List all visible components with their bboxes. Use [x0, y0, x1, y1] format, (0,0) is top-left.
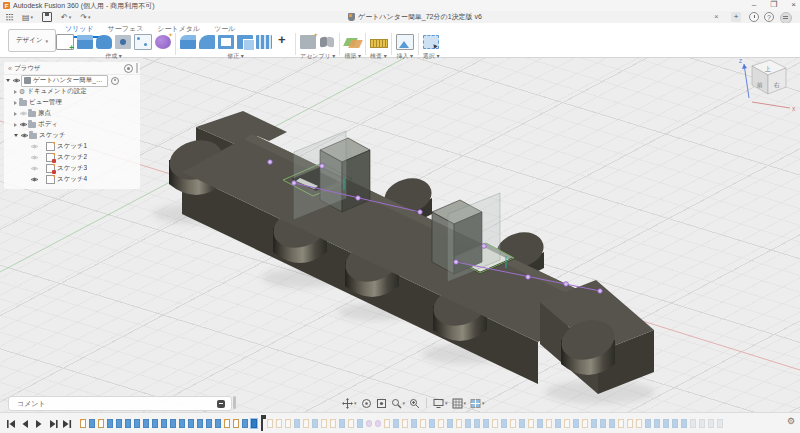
- measure-icon[interactable]: [370, 35, 386, 49]
- visibility-eye-icon[interactable]: [12, 77, 21, 84]
- timeline-playhead[interactable]: [261, 416, 263, 431]
- go-to-end-button[interactable]: [62, 419, 72, 429]
- timeline-feature-sketch[interactable]: [528, 419, 534, 428]
- timeline-feature-sketch[interactable]: [492, 419, 498, 428]
- select-icon[interactable]: [423, 35, 439, 49]
- timeline-feature-sketch[interactable]: [402, 419, 408, 428]
- timeline-feature-sketch[interactable]: [80, 419, 86, 428]
- view-cube[interactable]: Z X 上 前 右: [738, 56, 798, 114]
- timeline-feature-sketch[interactable]: [510, 419, 516, 428]
- construction-plane-icon[interactable]: [345, 35, 361, 49]
- collapsed-arrow-icon[interactable]: [14, 101, 17, 105]
- timeline-feature-sketch[interactable]: [456, 419, 462, 428]
- timeline-feature-sketch[interactable]: [330, 419, 336, 428]
- job-status-icon[interactable]: [749, 12, 759, 22]
- redo-icon[interactable]: ↷▾: [80, 12, 90, 23]
- hole-icon[interactable]: [115, 35, 131, 49]
- tree-row-named-views[interactable]: ビュー管理: [4, 97, 140, 108]
- timeline-feature-extrude[interactable]: [89, 419, 95, 428]
- group-label-create[interactable]: 作成 ▾: [105, 52, 122, 61]
- timeline-feature-sketch[interactable]: [438, 419, 444, 428]
- restore-button[interactable]: ❐: [770, 0, 777, 10]
- group-label-inspect[interactable]: 検査 ▾: [370, 52, 387, 61]
- tree-row-sketch1[interactable]: スケッチ1: [4, 141, 140, 152]
- joint-icon[interactable]: [319, 35, 335, 49]
- timeline-feature-extrude[interactable]: [429, 419, 435, 428]
- shell-icon[interactable]: [218, 35, 234, 49]
- fillet-icon[interactable]: [199, 35, 215, 49]
- timeline-feature-extrude[interactable]: [609, 419, 615, 428]
- browser-scrollbar[interactable]: [136, 63, 138, 73]
- combine-icon[interactable]: [237, 35, 253, 49]
- timeline-feature-extrude[interactable]: [107, 419, 113, 428]
- timeline-feature-extrude[interactable]: [152, 419, 158, 428]
- timeline-feature-mirror[interactable]: [690, 419, 696, 428]
- group-label-insert[interactable]: 挿入 ▾: [396, 52, 413, 61]
- group-label-construct[interactable]: 構築 ▾: [344, 52, 361, 61]
- new-tab-button[interactable]: +: [731, 12, 741, 22]
- tree-row-document-settings[interactable]: ⚙ ドキュメントの設定: [4, 86, 140, 97]
- timeline-feature-extrude[interactable]: [465, 419, 471, 428]
- timeline-feature-extrude[interactable]: [188, 419, 194, 428]
- go-to-start-button[interactable]: [6, 419, 16, 429]
- expanded-arrow-icon[interactable]: [6, 79, 10, 82]
- step-forward-button[interactable]: [48, 419, 58, 429]
- timeline-feature-mirror[interactable]: [708, 419, 714, 428]
- timeline-feature-extrude[interactable]: [672, 419, 678, 428]
- press-pull-icon[interactable]: [180, 35, 196, 49]
- zoom-fit-icon[interactable]: [409, 398, 420, 409]
- tab-close-icon[interactable]: ×: [714, 12, 719, 21]
- sweep-icon[interactable]: [134, 34, 152, 50]
- step-back-button[interactable]: [20, 419, 30, 429]
- timeline-feature-sketch[interactable]: [546, 419, 552, 428]
- timeline-feature-extrude[interactable]: [474, 419, 480, 428]
- timeline-feature-extrude[interactable]: [411, 419, 417, 428]
- timeline-feature-extrude[interactable]: [501, 419, 507, 428]
- timeline-feature-sketch[interactable]: [98, 419, 104, 428]
- collapsed-arrow-icon[interactable]: [14, 123, 17, 127]
- timeline-feature-sketch[interactable]: [636, 419, 642, 428]
- visibility-eye-icon-dim[interactable]: [30, 165, 39, 172]
- expanded-arrow-icon[interactable]: [14, 134, 18, 137]
- visibility-eye-icon[interactable]: [19, 121, 28, 128]
- timeline-feature-extrude[interactable]: [483, 419, 489, 428]
- timeline-feature-extrude[interactable]: [161, 419, 167, 428]
- file-menu-icon[interactable]: ▤▾: [22, 12, 33, 23]
- grid-snaps-icon[interactable]: ▾: [452, 398, 467, 409]
- create-form-icon[interactable]: [155, 35, 171, 49]
- visibility-eye-icon-dim[interactable]: [30, 143, 39, 150]
- timeline-feature-extrude[interactable]: [555, 419, 561, 428]
- timeline-feature-form[interactable]: [366, 420, 372, 427]
- timeline-feature-extrude[interactable]: [206, 419, 212, 428]
- timeline-feature-extrude[interactable]: [312, 419, 318, 428]
- timeline-feature-extrude[interactable]: [170, 419, 176, 428]
- app-grid-menu-icon[interactable]: [6, 14, 13, 21]
- tree-row-origin[interactable]: 原点: [4, 108, 140, 119]
- display-settings-icon[interactable]: ▾: [433, 398, 448, 409]
- play-button[interactable]: [34, 419, 44, 429]
- new-component-icon[interactable]: [300, 35, 316, 49]
- timeline-feature-mirror[interactable]: [699, 419, 705, 428]
- revolve-icon[interactable]: [96, 35, 112, 49]
- activate-radio-icon[interactable]: [111, 77, 119, 85]
- pan-icon[interactable]: ▾: [342, 398, 357, 409]
- visibility-eye-icon[interactable]: [30, 176, 39, 183]
- tree-row-root[interactable]: ゲートハンター簡単_72分の1決...: [4, 75, 140, 86]
- workspace-selector[interactable]: デザイン▾: [8, 29, 56, 52]
- timeline-options-gear-icon[interactable]: ⚙: [787, 416, 795, 426]
- viewports-icon[interactable]: ▾: [470, 398, 485, 409]
- timeline-feature-extrude[interactable]: [125, 419, 131, 428]
- timeline-feature-sketch[interactable]: [303, 419, 309, 428]
- timeline-feature-extrude[interactable]: [519, 419, 525, 428]
- close-button[interactable]: ×: [791, 0, 796, 10]
- timeline-feature-sketch[interactable]: [420, 419, 426, 428]
- timeline-feature-extrude[interactable]: [681, 419, 687, 428]
- tree-row-sketches[interactable]: スケッチ: [4, 130, 140, 141]
- tree-row-sketch4[interactable]: スケッチ4: [4, 174, 140, 185]
- orbit-icon[interactable]: [361, 398, 372, 409]
- help-icon[interactable]: ?: [764, 12, 774, 22]
- visibility-eye-icon-dim[interactable]: [19, 110, 28, 117]
- minimize-button[interactable]: –: [752, 0, 756, 10]
- timeline-feature-extrude-active[interactable]: [251, 419, 257, 428]
- timeline-feature-extrude[interactable]: [294, 419, 300, 428]
